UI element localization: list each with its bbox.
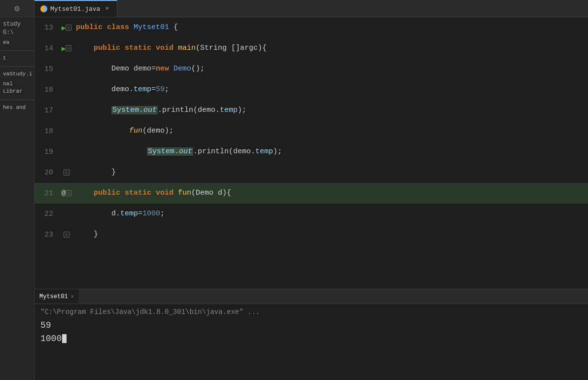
line-content-13: public class Mytset01 {: [74, 17, 178, 38]
line-content-22: d.temp=1000;: [74, 204, 165, 224]
line-number-21: 21: [35, 189, 59, 198]
tab-bar-left-panel: ⚙: [0, 0, 35, 17]
terminal-tab-bar: Mytset01 ×: [35, 289, 588, 304]
code-line-14: 14 ▶ ⊟ public static void main(String []…: [35, 38, 588, 59]
line-number-13: 13: [35, 24, 59, 32]
code-line-16: 16 demo.temp=59;: [35, 79, 588, 100]
run-arrow-13[interactable]: ▶: [62, 24, 66, 32]
line-number-20: 20: [35, 169, 59, 177]
code-line-15: 15 Demo demo=new Demo();: [35, 59, 588, 79]
terminal-tab-name: Mytset01: [39, 293, 68, 300]
line-gutter-21: @ ⊟: [59, 189, 74, 197]
terminal-command-line: "C:\Program Files\Java\jdk1.8.0_301\bin\…: [40, 308, 582, 316]
code-line-13: 13 ▶ ⊟ public class Mytset01 {: [35, 17, 588, 38]
terminal-tab-close[interactable]: ×: [71, 294, 74, 300]
code-line-18: 18 fun(demo);: [35, 121, 588, 141]
line-number-22: 22: [35, 210, 59, 218]
code-line-20: 20 ⊟ }: [35, 162, 588, 183]
code-line-23: 23 ⊟ }: [35, 224, 588, 245]
terminal-cursor: [62, 334, 67, 343]
line-content-17: System.out.println(demo.temp);: [74, 100, 246, 121]
code-line-19: 19 System.out.println(demo.temp);: [35, 141, 588, 162]
terminal-panel: Mytset01 × "C:\Program Files\Java\jdk1.8…: [35, 289, 588, 380]
tab-bar: ⚙ Mytset01.java ×: [0, 0, 588, 17]
fold-icon-20[interactable]: ⊟: [64, 170, 69, 175]
sidebar: study G:\ ea t vaStudy.i nal Librar hes …: [0, 17, 35, 380]
terminal-output-59: 59: [40, 319, 582, 332]
code-view[interactable]: 13 ▶ ⊟ public class Mytset01 { 14 ▶ ⊟ pu…: [35, 17, 588, 289]
sidebar-text-vastudy: vaStudy.i: [0, 69, 34, 79]
terminal-tab-mytset01[interactable]: Mytset01 ×: [35, 289, 79, 304]
line-gutter-13: ▶ ⊟: [59, 24, 74, 32]
line-content-14: public static void main(String []argc){: [74, 38, 267, 59]
line-gutter-14: ▶ ⊟: [59, 44, 74, 53]
sidebar-divider-3: [0, 100, 34, 100]
fold-icon-21[interactable]: ⊟: [66, 190, 71, 196]
tab-title: Mytset01.java: [50, 5, 100, 13]
line-content-19: System.out.println(demo.temp);: [74, 141, 282, 162]
line-content-23: }: [74, 224, 98, 245]
editor-area: 13 ▶ ⊟ public class Mytset01 { 14 ▶ ⊟ pu…: [35, 17, 588, 380]
terminal-body[interactable]: "C:\Program Files\Java\jdk1.8.0_301\bin\…: [35, 304, 588, 380]
code-line-22: 22 d.temp=1000;: [35, 204, 588, 224]
line-content-18: fun(demo);: [74, 121, 173, 141]
fold-icon-23[interactable]: ⊟: [64, 232, 69, 238]
at-symbol-21: @: [62, 189, 66, 197]
sidebar-divider-1: [0, 50, 34, 51]
line-number-15: 15: [35, 65, 59, 73]
run-arrow-14[interactable]: ▶: [62, 44, 66, 53]
fold-icon-13[interactable]: ⊟: [66, 25, 71, 31]
line-number-14: 14: [35, 44, 59, 53]
tab-close-button[interactable]: ×: [103, 5, 111, 13]
fold-icon-14[interactable]: ⊟: [66, 45, 71, 51]
tab-file-icon: [40, 5, 47, 12]
sidebar-text-ea: ea: [0, 38, 34, 47]
line-number-19: 19: [35, 148, 59, 156]
sidebar-section-study: study G:\: [0, 19, 34, 38]
line-number-17: 17: [35, 106, 59, 115]
line-number-16: 16: [35, 86, 59, 94]
line-content-20: }: [74, 162, 116, 183]
line-gutter-20: ⊟: [59, 170, 74, 175]
line-gutter-23: ⊟: [59, 232, 74, 238]
code-line-21: 21 @ ⊟ public static void fun(Demo d){: [35, 183, 588, 204]
terminal-output-1000: 1000: [40, 332, 582, 345]
sidebar-divider-2: [0, 66, 34, 67]
code-line-17: 17 System.out.println(demo.temp);: [35, 100, 588, 121]
line-number-18: 18: [35, 127, 59, 136]
line-content-16: demo.temp=59;: [74, 79, 169, 100]
main-content: study G:\ ea t vaStudy.i nal Librar hes …: [0, 17, 588, 380]
sidebar-text-t: t: [0, 54, 34, 63]
file-tab[interactable]: Mytset01.java ×: [35, 0, 117, 17]
line-number-23: 23: [35, 231, 59, 239]
sidebar-text-hesand: hes and: [0, 103, 34, 112]
sidebar-text-nallibrar: nal Librar: [0, 79, 34, 97]
line-content-21: public static void fun(Demo d){: [74, 183, 231, 204]
settings-icon: ⚙: [14, 3, 20, 14]
line-content-15: Demo demo=new Demo();: [74, 59, 205, 79]
